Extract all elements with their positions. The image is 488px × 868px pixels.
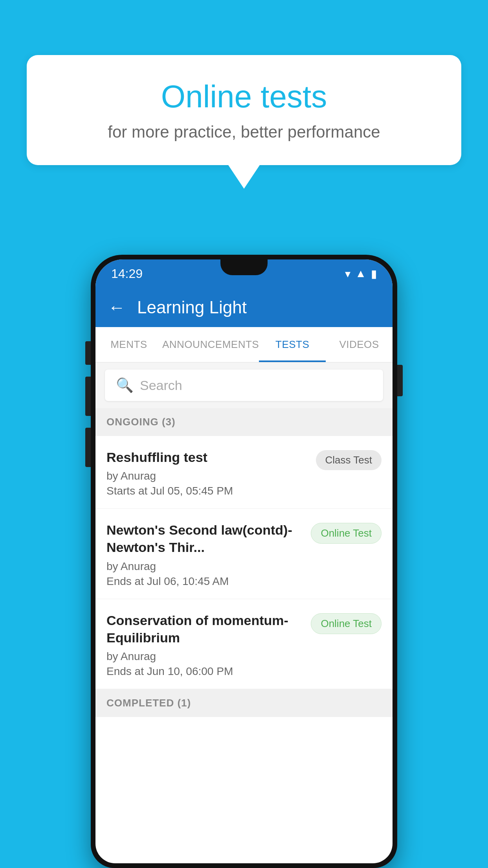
- test-date-2: Ends at Jul 06, 10:45 AM: [106, 575, 303, 588]
- test-by-1: by Anurag: [106, 470, 308, 482]
- ongoing-label: ONGOING (3): [106, 416, 176, 428]
- status-icons: ▾ ▲ ▮: [345, 267, 377, 280]
- app-title: Learning Light: [137, 298, 247, 317]
- test-date-1: Starts at Jul 05, 05:45 PM: [106, 485, 308, 497]
- speech-bubble-title: Online tests: [58, 79, 430, 115]
- test-item-2[interactable]: Newton's Second law(contd)-Newton's Thir…: [95, 509, 393, 599]
- speech-bubble-subtitle: for more practice, better performance: [58, 123, 430, 142]
- test-title-1: Reshuffling test: [106, 449, 308, 466]
- speech-bubble-arrow: [228, 165, 260, 189]
- test-info-1: Reshuffling test by Anurag Starts at Jul…: [106, 449, 316, 497]
- phone-volume-down-button: [85, 377, 91, 416]
- completed-label: COMPLETED (1): [106, 697, 191, 709]
- test-title-3: Conservation of momentum-Equilibrium: [106, 612, 303, 646]
- phone-power-button: [397, 365, 403, 396]
- test-badge-2: Online Test: [311, 523, 382, 544]
- test-info-2: Newton's Second law(contd)-Newton's Thir…: [106, 521, 311, 587]
- speech-bubble: Online tests for more practice, better p…: [27, 55, 461, 165]
- test-item-3[interactable]: Conservation of momentum-Equilibrium by …: [95, 599, 393, 689]
- tab-videos[interactable]: VIDEOS: [326, 327, 393, 362]
- status-time: 14:29: [111, 267, 143, 281]
- test-title-2: Newton's Second law(contd)-Newton's Thir…: [106, 521, 303, 556]
- tabs-bar: MENTS ANNOUNCEMENTS TESTS VIDEOS: [95, 327, 393, 362]
- ongoing-section-header: ONGOING (3): [95, 408, 393, 436]
- app-bar: ← Learning Light: [95, 288, 393, 327]
- test-by-2: by Anurag: [106, 560, 303, 573]
- search-container: 🔍 Search: [95, 362, 393, 408]
- test-badge-1: Class Test: [316, 450, 382, 470]
- wifi-icon: ▾: [345, 267, 350, 280]
- tab-announcements[interactable]: ANNOUNCEMENTS: [162, 327, 259, 362]
- search-input[interactable]: Search: [140, 378, 182, 393]
- speech-bubble-container: Online tests for more practice, better p…: [27, 55, 461, 189]
- battery-icon: ▮: [371, 267, 377, 280]
- phone-frame: 14:29 ▾ ▲ ▮ ← Learning Light MENTS ANNOU…: [91, 255, 397, 868]
- search-bar[interactable]: 🔍 Search: [105, 370, 383, 401]
- test-date-3: Ends at Jun 10, 06:00 PM: [106, 665, 303, 678]
- test-list: Reshuffling test by Anurag Starts at Jul…: [95, 436, 393, 689]
- signal-icon: ▲: [355, 267, 366, 280]
- test-item-1[interactable]: Reshuffling test by Anurag Starts at Jul…: [95, 436, 393, 509]
- completed-section-header: COMPLETED (1): [95, 689, 393, 717]
- phone-screen: 14:29 ▾ ▲ ▮ ← Learning Light MENTS ANNOU…: [95, 259, 393, 863]
- tab-tests[interactable]: TESTS: [259, 327, 326, 362]
- search-icon: 🔍: [116, 377, 134, 394]
- test-by-3: by Anurag: [106, 650, 303, 663]
- phone-volume-up-button: [85, 341, 91, 365]
- test-info-3: Conservation of momentum-Equilibrium by …: [106, 612, 311, 678]
- test-badge-3: Online Test: [311, 613, 382, 634]
- phone-assistant-button: [85, 428, 91, 467]
- back-button[interactable]: ←: [108, 298, 125, 317]
- tab-ments[interactable]: MENTS: [95, 327, 162, 362]
- phone-notch: [220, 259, 268, 275]
